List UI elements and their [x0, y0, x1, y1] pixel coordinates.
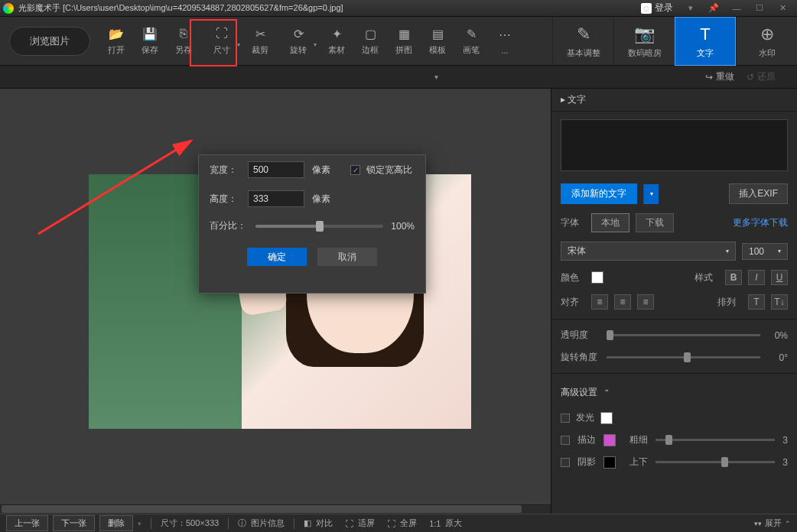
arrange-horizontal-button[interactable]: T: [748, 294, 765, 310]
more-fonts-link[interactable]: 更多字体下载: [733, 216, 788, 229]
stroke-color-swatch[interactable]: [603, 434, 616, 446]
panel-header[interactable]: ▸ 文字: [551, 89, 797, 112]
shadow-label: 阴影: [577, 456, 596, 469]
browse-images-button[interactable]: 浏览图片: [9, 27, 90, 56]
font-family-select[interactable]: 宋体▾: [561, 242, 736, 261]
fullscreen-button[interactable]: 全屏: [400, 517, 417, 529]
watermark-icon: ⊕: [760, 24, 774, 44]
rotate-button[interactable]: ⟳旋转▾: [277, 17, 320, 66]
lock-ratio-checkbox[interactable]: ✓: [350, 165, 360, 175]
fullscreen-icon: ⛶: [387, 519, 395, 528]
collage-button[interactable]: ▦拼图: [387, 17, 421, 66]
chevron-down-icon[interactable]: ▾: [434, 73, 438, 81]
stroke-slider[interactable]: [655, 439, 775, 441]
info-icon[interactable]: ⓘ: [238, 517, 246, 529]
percent-label: 百分比：: [210, 219, 248, 232]
compare-button[interactable]: 对比: [316, 517, 333, 529]
shadow-color-swatch[interactable]: [603, 456, 616, 469]
mode-watermark[interactable]: ⊕水印: [736, 17, 797, 66]
font-tab-download[interactable]: 下载: [636, 213, 674, 232]
percent-slider[interactable]: [255, 225, 383, 228]
mode-text[interactable]: T文字: [675, 17, 736, 66]
glow-color-swatch[interactable]: [600, 412, 613, 424]
shadow-slider[interactable]: [655, 461, 775, 463]
align-left-button[interactable]: ≡: [591, 294, 608, 310]
minimize-button[interactable]: —: [725, 1, 748, 16]
login-icon: ☺: [641, 3, 652, 14]
cancel-button[interactable]: 取消: [317, 248, 377, 266]
template-button[interactable]: ▤模板: [421, 17, 454, 66]
canvas-area[interactable]: 宽度： 像素 ✓ 锁定宽高比 高度： 像素 百分比： 100% 确定: [0, 89, 551, 514]
original-size-button[interactable]: 原大: [445, 517, 462, 529]
save-label: 保存: [142, 44, 158, 56]
slider-thumb[interactable]: [665, 435, 672, 445]
border-button[interactable]: ▢边框: [353, 17, 387, 66]
shadow-checkbox[interactable]: [561, 458, 570, 467]
slider-thumb[interactable]: [684, 352, 691, 362]
mode-darkroom[interactable]: 📷数码暗房: [613, 17, 675, 66]
border-icon: ▢: [363, 26, 378, 41]
ok-button[interactable]: 确定: [247, 248, 307, 266]
text-color-swatch[interactable]: [591, 271, 603, 284]
fit-button[interactable]: 适屏: [358, 517, 375, 529]
scrollbar-thumb[interactable]: [2, 505, 522, 513]
advanced-section[interactable]: 高级设置⌃: [551, 378, 797, 407]
brush-button[interactable]: ✎画笔: [454, 17, 488, 66]
unit-label: 像素: [312, 193, 330, 206]
height-input[interactable]: [248, 190, 304, 207]
glow-checkbox[interactable]: [561, 414, 570, 423]
opacity-slider[interactable]: [607, 334, 760, 336]
redo-button[interactable]: ↪重做: [705, 70, 734, 83]
add-text-button[interactable]: 添加新的文字: [561, 183, 637, 204]
pin-icon[interactable]: 📌: [702, 1, 725, 16]
align-right-button[interactable]: ≡: [637, 294, 654, 310]
insert-exif-button[interactable]: 插入EXIF: [729, 183, 788, 204]
font-tab-local[interactable]: 本地: [591, 213, 629, 232]
arrange-vertical-button[interactable]: T↓: [771, 294, 788, 310]
maximize-button[interactable]: ☐: [748, 1, 771, 16]
expand-button[interactable]: ▾▾ 展开 ⌃: [754, 517, 791, 529]
mode-basic[interactable]: ✎基本调整: [552, 17, 613, 66]
close-button[interactable]: ✕: [771, 1, 794, 16]
more-button[interactable]: ⋯...: [488, 17, 522, 66]
image-info-button[interactable]: 图片信息: [251, 517, 285, 529]
fit-icon: ⛶: [345, 519, 353, 528]
size-icon: ⛶: [214, 26, 229, 41]
underline-button[interactable]: U: [771, 270, 788, 285]
crop-label: 裁剪: [252, 44, 268, 56]
prev-image-button[interactable]: 上一张: [6, 515, 48, 531]
saveas-button[interactable]: ⎘另存: [167, 17, 200, 66]
italic-button[interactable]: I: [748, 270, 765, 285]
next-image-button[interactable]: 下一张: [53, 515, 95, 531]
stroke-label: 描边: [577, 433, 596, 446]
text-preview[interactable]: [561, 119, 788, 171]
add-text-dropdown[interactable]: ▾: [643, 184, 659, 204]
stroke-checkbox[interactable]: [561, 436, 570, 445]
material-button[interactable]: ✦素材: [320, 17, 353, 66]
opacity-value: 0%: [768, 330, 788, 341]
second-toolbar: ▾ ↪重做 ↺还原: [0, 66, 797, 89]
material-icon: ✦: [329, 26, 344, 41]
bold-button[interactable]: B: [725, 270, 742, 285]
angle-slider[interactable]: [607, 356, 760, 358]
save-button[interactable]: 💾保存: [133, 17, 167, 66]
arrange-label: 排列: [717, 296, 742, 309]
open-button[interactable]: 📂打开: [99, 17, 133, 66]
delete-button[interactable]: 删除: [99, 515, 133, 531]
width-input[interactable]: [248, 161, 304, 178]
login-button[interactable]: ☺ 登录: [635, 0, 679, 16]
horizontal-scrollbar[interactable]: [0, 503, 551, 514]
align-center-button[interactable]: ≡: [614, 294, 631, 310]
slider-thumb[interactable]: [316, 221, 324, 232]
slider-thumb[interactable]: [721, 457, 728, 467]
slider-thumb[interactable]: [607, 330, 613, 340]
crop-button[interactable]: ✂裁剪: [243, 17, 277, 66]
size-button[interactable]: ⛶尺寸▾: [200, 17, 243, 66]
dropdown-icon[interactable]: ▾: [679, 1, 702, 16]
undo-button[interactable]: ↺还原: [747, 70, 776, 83]
font-size-value: 100: [749, 246, 764, 257]
font-size-select[interactable]: 100▾: [742, 243, 788, 260]
expand-label: 展开: [765, 517, 782, 529]
redo-label: 重做: [716, 70, 734, 83]
collapse-icon: ⌃: [603, 388, 610, 397]
